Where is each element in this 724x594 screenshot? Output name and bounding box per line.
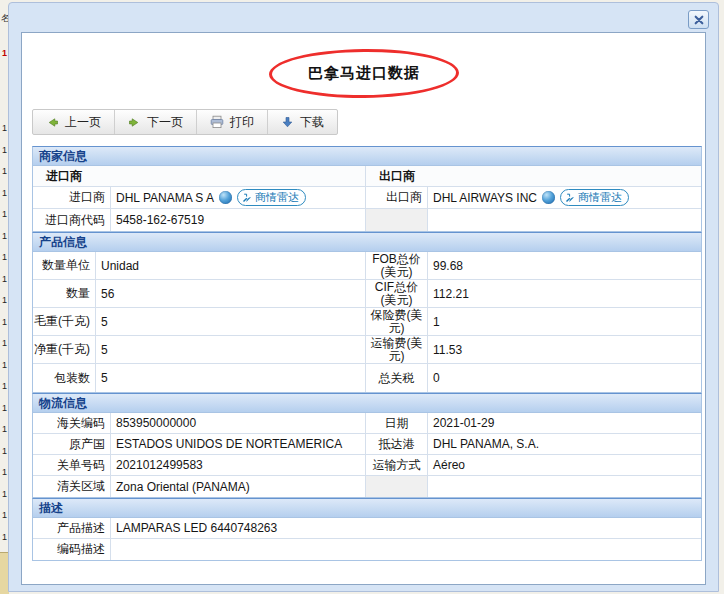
field-label: 运输方式 [366,455,428,476]
field-value: Zona Oriental (PANAMA) [111,476,366,497]
radar-label: 商情雷达 [255,190,299,205]
field-value: 99.68 [428,252,701,280]
title-area: 巴拿马进口数据 [22,47,705,99]
download-label: 下载 [300,114,324,131]
next-page-label: 下一页 [147,114,183,131]
next-page-button[interactable]: 下一页 [115,110,197,134]
field-label: 净重(千克) [33,336,96,364]
arrow-right-icon [128,116,141,129]
table-row: 清关区域 Zona Oriental (PANAMA) [33,476,701,497]
field-value: 1 [428,308,701,336]
prev-page-button[interactable]: 上一页 [33,110,115,134]
empty-cell [428,209,701,231]
field-label: 保险费(美元) [366,308,428,336]
importer-name: DHL PANAMA S A [116,191,214,205]
field-label: 产品描述 [33,518,111,539]
field-label: 关单号码 [33,455,111,476]
field-value: 2021012499583 [111,455,366,476]
printer-icon [210,115,224,129]
description-section-header: 描述 [32,498,702,518]
empty-cell [428,476,701,497]
field-label: CIF总价(美元) [366,280,428,308]
exporter-column-header: 出口商 [366,166,701,187]
field-value: 5 [96,336,366,364]
importer-radar-link[interactable]: 商情雷达 [237,189,306,206]
field-label: FOB总价(美元) [366,252,428,280]
importer-value-cell: DHL PANAMA S A 商情雷达 [111,187,366,209]
field-label: 数量单位 [33,252,96,280]
arrow-down-icon [281,116,294,129]
background-number-column: 1 1 1 1 1 1 1 1 1 1 1 1 1 1 1 1 1 1 1 1 [2,118,7,548]
product-section-header: 产品信息 [32,232,702,252]
field-label: 海关编码 [33,413,111,434]
importer-label: 进口商 [33,187,111,209]
table-row: 进口商 出口商 [33,166,701,187]
print-button[interactable]: 打印 [197,110,268,134]
table-row: 数量单位 Unidad FOB总价(美元) 99.68 [33,252,701,280]
exporter-value-cell: DHL AIRWAYS INC 商情雷达 [428,187,701,209]
field-label: 编码描述 [33,539,111,560]
globe-icon[interactable] [219,191,232,204]
field-label: 日期 [366,413,428,434]
importer-code-label: 进口商代码 [33,209,111,231]
close-icon[interactable] [688,10,709,29]
merchant-section-header: 商家信息 [32,146,702,166]
field-value: 0 [428,364,701,392]
dialog-titlebar [9,3,718,30]
field-value: Aéreo [428,455,701,476]
field-value: ESTADOS UNIDOS DE NORTEAMERICA [111,434,366,455]
table-row: 毛重(千克) 5 保险费(美元) 1 [33,308,701,336]
field-value: 5 [96,308,366,336]
data-sections: 商家信息 进口商 出口商 进口商 DHL PANAMA S A [32,146,702,561]
field-value: 2021-01-29 [428,413,701,434]
arrow-left-icon [46,116,59,129]
logistics-table: 海关编码 853950000000 日期 2021-01-29 原产国 ESTA… [32,413,702,498]
table-row: 产品描述 LAMPARAS LED 6440748263 [33,518,701,539]
globe-icon[interactable] [542,191,555,204]
field-value: LAMPARAS LED 6440748263 [111,518,701,539]
merchant-table: 进口商 出口商 进口商 DHL PANAMA S A [32,166,702,232]
table-row: 进口商代码 5458-162-67519 [33,209,701,231]
table-row: 关单号码 2021012499583 运输方式 Aéreo [33,455,701,476]
field-value [111,539,701,560]
field-value: 112.21 [428,280,701,308]
table-row: 原产国 ESTADOS UNIDOS DE NORTEAMERICA 抵达港 D… [33,434,701,455]
toolbar: 上一页 下一页 打印 下载 [32,109,338,135]
product-table: 数量单位 Unidad FOB总价(美元) 99.68 数量 56 CIF总价(… [32,252,702,393]
field-label: 总关税 [366,364,428,392]
exporter-radar-link[interactable]: 商情雷达 [560,189,629,206]
import-data-dialog: 巴拿马进口数据 上一页 下一页 [8,2,719,592]
red-circle-annotation: 巴拿马进口数据 [268,48,458,99]
table-row: 进口商 DHL PANAMA S A 商情雷达 [33,187,701,209]
field-value: DHL PANAMA, S.A. [428,434,701,455]
radar-icon [565,193,575,203]
radar-icon [242,193,252,203]
table-row: 包装数 5 总关税 0 [33,364,701,392]
importer-code-value: 5458-162-67519 [111,209,366,231]
table-row: 数量 56 CIF总价(美元) 112.21 [33,280,701,308]
field-value: 853950000000 [111,413,366,434]
field-label: 数量 [33,280,96,308]
field-label: 原产国 [33,434,111,455]
empty-cell [366,209,428,231]
dialog-content-panel: 巴拿马进口数据 上一页 下一页 [21,32,706,585]
empty-cell [366,476,428,497]
field-value: 11.53 [428,336,701,364]
field-label: 包装数 [33,364,96,392]
page-title: 巴拿马进口数据 [307,63,419,83]
exporter-name: DHL AIRWAYS INC [433,191,537,205]
table-row: 编码描述 [33,539,701,560]
table-row: 净重(千克) 5 运输费(美元) 11.53 [33,336,701,364]
logistics-section-header: 物流信息 [32,393,702,413]
field-label: 毛重(千克) [33,308,96,336]
field-value: 5 [96,364,366,392]
download-button[interactable]: 下载 [268,110,337,134]
prev-page-label: 上一页 [65,114,101,131]
radar-label: 商情雷达 [578,190,622,205]
field-label: 清关区域 [33,476,111,497]
exporter-label: 出口商 [366,187,428,209]
importer-column-header: 进口商 [33,166,366,187]
field-value: Unidad [96,252,366,280]
field-value: 56 [96,280,366,308]
field-label: 抵达港 [366,434,428,455]
